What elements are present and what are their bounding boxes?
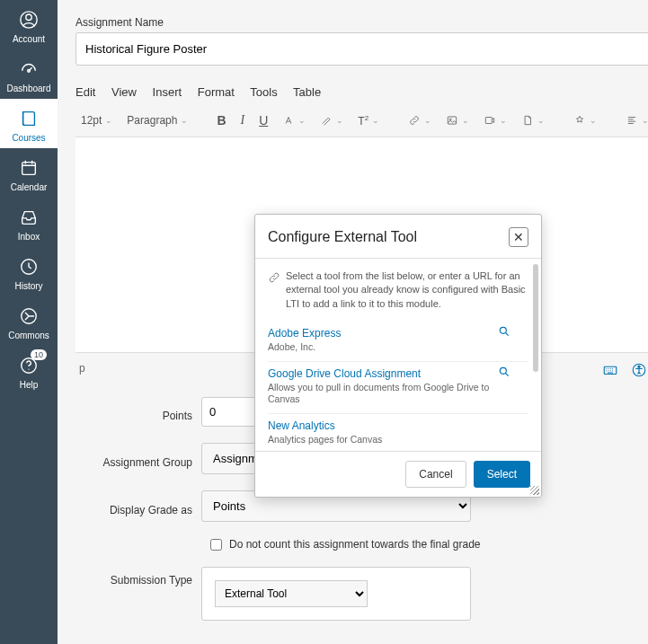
link-icon (268, 269, 280, 311)
tool-name: Adobe Express (268, 327, 528, 340)
external-tool-modal: Configure External Tool ✕ Select a tool … (254, 214, 542, 498)
close-button[interactable]: ✕ (509, 227, 528, 247)
scrollbar[interactable] (533, 264, 538, 372)
modal-title: Configure External Tool (268, 229, 417, 245)
tool-name: Google Drive Cloud Assignment (268, 367, 528, 380)
tool-sub: Adobe, Inc. (268, 341, 528, 354)
modal-intro: Select a tool from the list below, or en… (286, 269, 528, 311)
svg-point-14 (500, 328, 506, 334)
modal-overlay: Configure External Tool ✕ Select a tool … (0, 0, 648, 644)
tool-sub: Allows you to pull in documents from Goo… (268, 382, 528, 406)
close-icon: ✕ (513, 230, 524, 244)
select-button[interactable]: Select (474, 461, 530, 488)
tool-item[interactable]: New Analytics Analytics pages for Canvas (268, 414, 528, 452)
svg-point-15 (500, 367, 506, 374)
tool-name: New Analytics (268, 419, 528, 432)
tool-item[interactable]: Google Drive Cloud Assignment Allows you… (268, 362, 528, 414)
tool-sub: Analytics pages for Canvas (268, 434, 528, 446)
search-icon[interactable] (498, 325, 510, 341)
search-icon[interactable] (498, 366, 510, 382)
tool-item[interactable]: Adobe Express Adobe, Inc. (268, 322, 528, 362)
resize-grip[interactable] (530, 486, 539, 495)
cancel-button[interactable]: Cancel (405, 461, 466, 488)
